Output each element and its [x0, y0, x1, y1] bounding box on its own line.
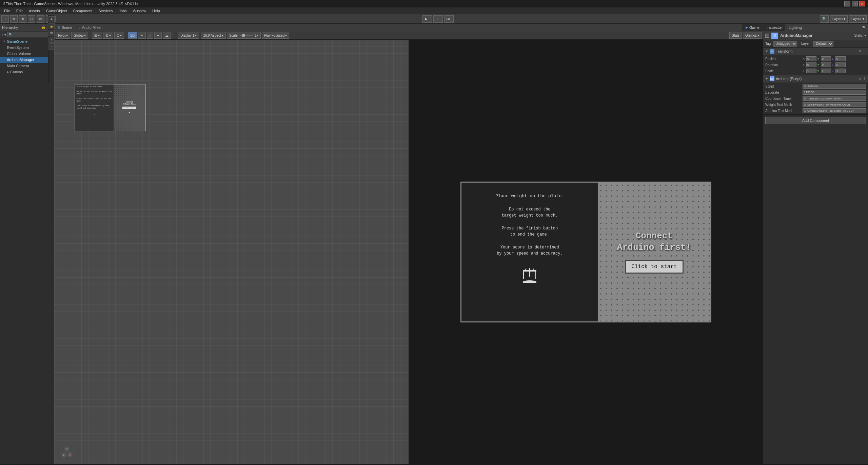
script-settings-icon[interactable]: ⚙	[859, 77, 862, 80]
play-focused-btn[interactable]: Play Focused ▾	[262, 32, 290, 39]
scale-xyz: X Y Z	[803, 69, 866, 73]
rot-z-input[interactable]	[835, 62, 846, 67]
tool-move[interactable]: ✥	[10, 15, 18, 23]
scene-tabs: ⊞ Scene ♪ Audio Mixer ▶ Game	[54, 24, 763, 31]
position-xyz: X Y Z	[803, 56, 866, 61]
hierarchy-add[interactable]: + ▾	[1, 33, 6, 37]
menu-file[interactable]: File	[1, 8, 13, 14]
tab-inspector[interactable]: Inspector	[763, 24, 785, 31]
connect-title: ConnectArduino first!	[617, 230, 691, 254]
scene-layer-icon[interactable]: ≡	[48, 43, 55, 50]
click-start-button[interactable]: Click to start	[625, 260, 683, 274]
fx-btn[interactable]: ✦	[154, 32, 162, 39]
scale-y-input[interactable]	[821, 69, 831, 73]
close-button[interactable]: ✕	[859, 1, 865, 6]
scale-z-input[interactable]	[835, 69, 846, 73]
snap-btn[interactable]: ⊠ ▾	[103, 32, 113, 39]
maximize-button[interactable]: □	[852, 1, 858, 6]
tag-dropdown[interactable]: Untagged	[773, 41, 797, 46]
tool-transform[interactable]: ⊹	[1, 15, 9, 23]
menu-window[interactable]: Window	[130, 8, 149, 14]
grid-btn[interactable]: ⊞ ▾	[92, 32, 102, 39]
scale-x-input[interactable]	[806, 69, 816, 73]
gizmos-btn[interactable]: ⊡ ▾	[114, 32, 124, 39]
scene-3d-icon[interactable]: 3D	[48, 30, 55, 36]
audio-btn[interactable]: ♪	[147, 32, 153, 39]
hierarchy-arduinomanager[interactable]: ArduinoManager	[0, 57, 54, 63]
layout-dropdown[interactable]: Layout ▾	[849, 15, 867, 23]
menu-component[interactable]: Component	[70, 8, 95, 14]
script-overflow-icon[interactable]: ⋮	[863, 77, 866, 80]
gizmos-game-btn[interactable]: Gizmos ▾	[743, 32, 762, 39]
hierarchy-globalvolume[interactable]: Global Volume	[0, 51, 54, 57]
menu-assets[interactable]: Assets	[26, 8, 43, 14]
game-text-1: Place weight on the plate.	[470, 193, 590, 200]
layers-dropdown[interactable]: Layers ▾	[830, 15, 848, 23]
tool-scale[interactable]: ⊡	[28, 15, 35, 23]
menu-jobs[interactable]: Jobs	[116, 8, 130, 14]
transform-icon: ⊹	[770, 49, 774, 54]
tab-game[interactable]: ▶ Game	[742, 24, 763, 31]
tool-rotate[interactable]: ↻	[19, 15, 26, 23]
search-button[interactable]: 🔍	[820, 15, 829, 23]
hierarchy-canvas[interactable]: ▶ Canvas	[0, 69, 54, 75]
tool-rect[interactable]: ▭	[37, 15, 44, 23]
hierarchy-maincamera[interactable]: Main Camera	[0, 63, 54, 69]
baudrate-value[interactable]: 115200	[803, 90, 866, 95]
pos-z-input[interactable]	[835, 56, 846, 61]
scene-vis-icon[interactable]: 👁	[48, 16, 55, 22]
hierarchy-lock[interactable]: 🔒	[41, 25, 46, 30]
minimize-button[interactable]: ─	[844, 1, 850, 6]
scene-viewport[interactable]: Place weight on the plate. Do not exceed…	[54, 40, 409, 464]
weight-mesh-value[interactable]: ⊞ ScaleWeight (Text Mesh Pro UGUI)	[803, 102, 866, 107]
transform-settings-icon[interactable]: ⚙	[859, 50, 862, 53]
tab-scene[interactable]: ⊞ Scene	[54, 24, 76, 31]
menu-services[interactable]: Services	[96, 8, 115, 14]
active-checkbox[interactable]: ✓	[765, 34, 769, 38]
stats-btn[interactable]: Stats	[729, 32, 742, 39]
arduino-script-header[interactable]: ▼ C# Arduino (Script) ⚙ ⋮	[763, 75, 868, 82]
hierarchy-panel: Hierarchy 🔒 ⋯ + ▾ 🔍 ▼ GameScene EventSys…	[0, 24, 54, 464]
transform-props: Position X Y Z Rotation X Y Z	[763, 55, 868, 75]
global-btn[interactable]: Global ▾	[71, 32, 88, 39]
game-right-panel: ConnectArduino first! Click to start	[598, 183, 710, 321]
inspector-search-icon[interactable]: 🔍	[860, 26, 868, 29]
hierarchy-gamescene[interactable]: ▼ GameScene	[0, 38, 54, 44]
layer-dropdown[interactable]: Default	[813, 41, 833, 46]
2d-btn[interactable]: 2D	[128, 32, 137, 39]
scene-tag-icon[interactable]: #	[48, 37, 55, 43]
step-button[interactable]: ⏭	[444, 15, 454, 23]
hierarchy-eventsystem[interactable]: EventSystem	[0, 44, 54, 51]
menu-gameobject[interactable]: GameObject	[43, 8, 70, 14]
play-button[interactable]: ▶	[422, 15, 432, 23]
scale-slider[interactable]: Scale 1x	[227, 32, 261, 39]
countdown-value[interactable]: ⊞ TimeLeft (Countdown Timer)	[803, 96, 866, 101]
menu-edit[interactable]: Edit	[14, 8, 25, 14]
pivot-btn[interactable]: Pivot ▾	[56, 32, 70, 39]
menu-help[interactable]: Help	[150, 8, 163, 14]
scene-lock2-icon[interactable]: 🔒	[48, 23, 55, 29]
rot-y-input[interactable]	[821, 62, 831, 67]
script-props: Script ⊞ Arduino Baudrate 115200 Count	[763, 82, 868, 114]
transform-header[interactable]: ▼ ⊹ Transform ⚙ ⋮	[763, 48, 868, 55]
baudrate-label: Baudrate	[765, 91, 803, 94]
rot-x-input[interactable]	[806, 62, 816, 67]
arduino-mesh-value[interactable]: ⊞ ConnectArduino (Text Mesh Pro UGUI)	[803, 108, 866, 113]
rotation-xyz: X Y Z	[803, 62, 866, 67]
pos-y-input[interactable]	[821, 56, 831, 61]
play-controls-center: ▶ ⏸ ⏭	[58, 15, 818, 23]
transform-overflow-icon[interactable]: ⋮	[863, 50, 866, 53]
pause-button[interactable]: ⏸	[433, 15, 443, 23]
lights-btn[interactable]: ☀	[138, 32, 146, 39]
tab-audio-mixer[interactable]: ♪ Audio Mixer	[76, 24, 105, 31]
tab-lighting[interactable]: Lighting	[785, 24, 805, 31]
add-component-button[interactable]: Add Component	[765, 117, 866, 124]
titlebar-title: If This Then That - GameScene - Windows,…	[3, 2, 138, 6]
aspect-dropdown[interactable]: 16:9 Aspect ▾	[201, 32, 225, 39]
display-dropdown[interactable]: Display 1 ▾	[178, 32, 199, 39]
pos-x-input[interactable]	[806, 56, 816, 61]
script-row: Script ⊞ Arduino	[763, 83, 868, 89]
script-value[interactable]: ⊞ Arduino	[803, 84, 866, 89]
sky-btn[interactable]: ☁	[163, 32, 171, 39]
hierarchy-search[interactable]: 🔍	[7, 32, 53, 37]
